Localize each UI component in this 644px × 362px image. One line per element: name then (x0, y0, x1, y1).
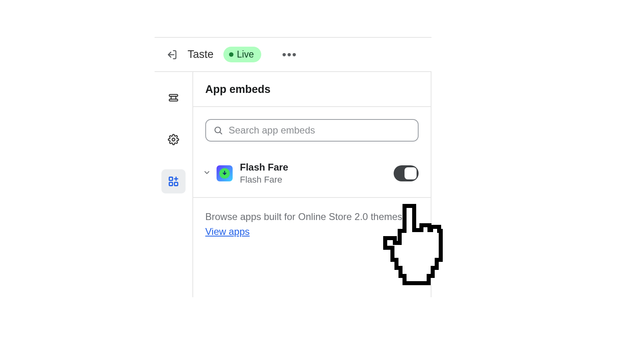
download-arrow-icon (221, 170, 228, 177)
svg-rect-4 (169, 182, 173, 185)
search-box[interactable] (205, 119, 419, 142)
sections-icon (168, 92, 179, 103)
status-badge: Live (223, 47, 261, 62)
app-embed-row[interactable]: Flash Fare Flash Fare (193, 154, 431, 198)
search-input[interactable] (229, 125, 411, 136)
search-icon (213, 125, 223, 135)
status-label: Live (237, 49, 254, 60)
panel-body: App embeds (155, 72, 431, 297)
app-name: Flash Fare (240, 162, 389, 173)
app-embeds-content: App embeds (193, 72, 431, 297)
gear-icon (168, 134, 179, 145)
svg-rect-0 (169, 95, 178, 97)
browse-apps-text: Browse apps built for Online Store 2.0 t… (193, 198, 431, 251)
svg-point-6 (215, 127, 221, 133)
app-icon (217, 165, 233, 181)
search-container (193, 107, 431, 154)
theme-name: Taste (188, 48, 214, 61)
section-title: App embeds (193, 72, 431, 107)
rail-settings-button[interactable] (161, 128, 186, 152)
svg-rect-5 (174, 182, 178, 185)
svg-rect-1 (169, 99, 178, 101)
rail-sections-button[interactable] (161, 86, 186, 110)
rail-app-embeds-button[interactable] (161, 169, 186, 193)
apps-icon (168, 176, 179, 187)
app-vendor: Flash Fare (240, 175, 389, 185)
more-actions-button[interactable]: ••• (282, 49, 297, 61)
chevron-down-icon[interactable] (203, 169, 211, 178)
panel-header: Taste Live ••• (155, 38, 431, 72)
view-apps-link[interactable]: View apps (205, 226, 250, 237)
svg-point-2 (172, 138, 175, 141)
browse-description: Browse apps built for Online Store 2.0 t… (205, 211, 405, 222)
app-enable-toggle[interactable] (394, 165, 419, 181)
toggle-knob (405, 167, 417, 179)
theme-editor-panel: Taste Live ••• (155, 37, 431, 297)
app-text: Flash Fare Flash Fare (240, 162, 389, 185)
svg-rect-3 (169, 177, 173, 181)
status-dot-icon (229, 52, 233, 57)
side-icon-rail (155, 72, 193, 297)
exit-icon[interactable] (166, 49, 178, 61)
